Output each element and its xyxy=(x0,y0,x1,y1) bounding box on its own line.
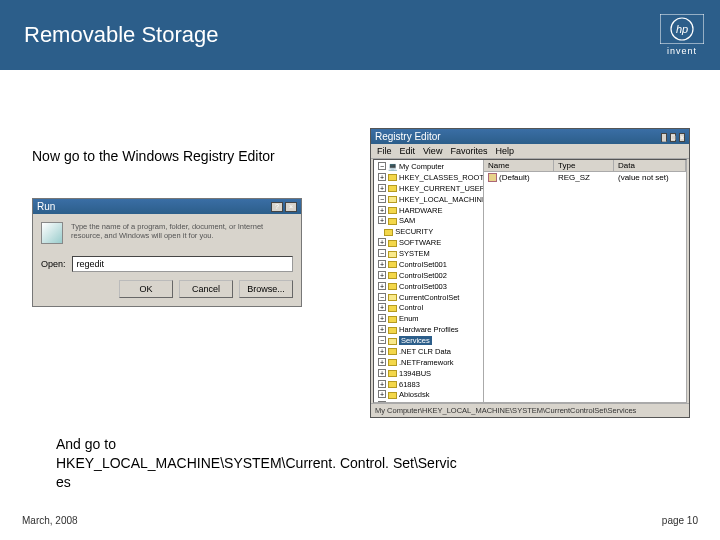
slide-title: Removable Storage xyxy=(24,22,218,48)
run-dialog: Run ? × Type the name of a program, fold… xyxy=(32,198,302,307)
footer-page: page 10 xyxy=(662,515,698,526)
run-description: Type the name of a program, folder, docu… xyxy=(71,222,293,244)
help-button[interactable]: ? xyxy=(271,202,283,212)
menu-edit[interactable]: Edit xyxy=(400,146,416,156)
registry-title: Registry Editor xyxy=(375,131,441,142)
ok-button[interactable]: OK xyxy=(119,280,173,298)
run-icon xyxy=(41,222,63,244)
run-title: Run xyxy=(37,201,55,212)
registry-tree[interactable]: −💻 My Computer +HKEY_CLASSES_ROOT +HKEY_… xyxy=(374,160,484,402)
path-instruction: And go to HKEY_LOCAL_MACHINE\SYSTEM\Curr… xyxy=(56,435,457,492)
menu-file[interactable]: File xyxy=(377,146,392,156)
col-data[interactable]: Data xyxy=(614,160,686,171)
registry-editor-window: Registry Editor _ □ × File Edit View Fav… xyxy=(370,128,690,418)
registry-titlebar: Registry Editor _ □ × xyxy=(371,129,689,144)
open-input[interactable]: regedit xyxy=(72,256,293,272)
menu-help[interactable]: Help xyxy=(495,146,514,156)
menu-view[interactable]: View xyxy=(423,146,442,156)
cancel-button[interactable]: Cancel xyxy=(179,280,233,298)
list-row[interactable]: (Default) REG_SZ (value not set) xyxy=(484,172,686,183)
registry-statusbar: My Computer\HKEY_LOCAL_MACHINE\SYSTEM\Cu… xyxy=(371,403,689,417)
run-titlebar: Run ? × xyxy=(33,199,301,214)
close-button[interactable]: × xyxy=(679,133,685,142)
col-type[interactable]: Type xyxy=(554,160,614,171)
hp-logo-icon: hp xyxy=(660,14,704,44)
hp-logo: hp invent xyxy=(660,14,704,56)
hp-invent-label: invent xyxy=(667,46,697,56)
slide-header: Removable Storage hp invent xyxy=(0,0,720,70)
open-label: Open: xyxy=(41,259,66,269)
list-header: Name Type Data xyxy=(484,160,686,172)
maximize-button[interactable]: □ xyxy=(670,133,676,142)
menu-favorites[interactable]: Favorites xyxy=(450,146,487,156)
footer-date: March, 2008 xyxy=(22,515,78,526)
intro-text: Now go to the Windows Registry Editor xyxy=(32,148,275,164)
close-button[interactable]: × xyxy=(285,202,297,212)
registry-value-list[interactable]: Name Type Data (Default) REG_SZ (value n… xyxy=(484,160,686,402)
string-value-icon xyxy=(488,173,497,182)
col-name[interactable]: Name xyxy=(484,160,554,171)
browse-button[interactable]: Browse... xyxy=(239,280,293,298)
svg-text:hp: hp xyxy=(676,23,688,35)
registry-menubar: File Edit View Favorites Help xyxy=(371,144,689,159)
minimize-button[interactable]: _ xyxy=(661,133,667,142)
